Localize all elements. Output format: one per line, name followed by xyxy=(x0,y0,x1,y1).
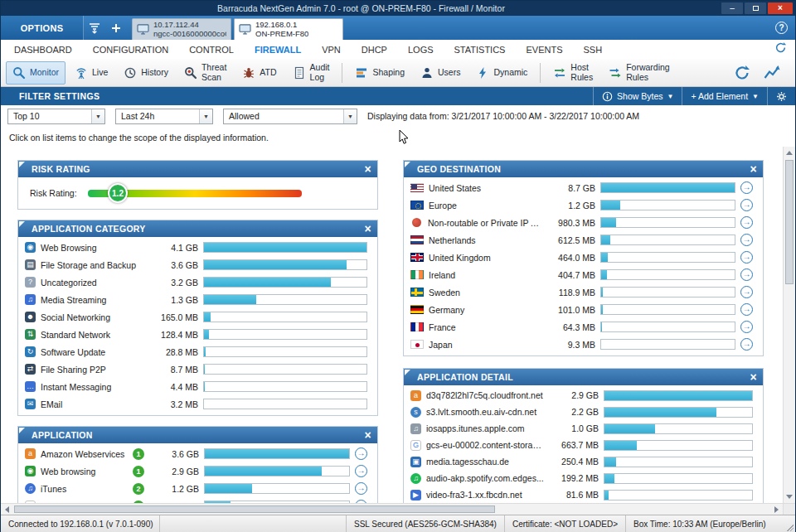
list-item-d3q782l2hl7c5q-cloudfront-net[interactable]: ad3q782l2hl7c5q.cloudfront.net2.9 GB xyxy=(404,387,763,404)
toolbar-monitor[interactable]: Monitor xyxy=(6,61,66,85)
collapse-icon[interactable] xyxy=(405,370,410,375)
list-item-social-networking[interactable]: ☻Social Networking165.0 MB xyxy=(18,308,377,326)
menu-item-ssh[interactable]: SSH xyxy=(583,45,602,55)
menu-item-logs[interactable]: LOGS xyxy=(408,45,434,55)
vertical-scrollbar[interactable] xyxy=(783,147,795,503)
list-item-instant-messaging[interactable]: …Instant Messaging4.4 MB xyxy=(18,378,377,395)
vertical-scroll-thumb[interactable] xyxy=(785,160,794,284)
list-item-iosapps-itunes-apple-com[interactable]: ♫iosapps.itunes.apple.com1.0 GB xyxy=(404,420,763,437)
list-item-file-storage-and-backup[interactable]: ▤File Storage and Backup3.6 GB xyxy=(18,256,377,273)
collapse-icon[interactable] xyxy=(19,162,25,167)
toolbar-history[interactable]: History xyxy=(117,61,175,85)
drilldown-arrow[interactable]: → xyxy=(740,338,753,351)
drilldown-arrow[interactable]: → xyxy=(740,251,753,264)
list-item-standard-network[interactable]: ⇅Standard Network128.4 MB xyxy=(18,326,377,343)
list-item-europe[interactable]: Europe1.2 GB→ xyxy=(404,196,763,214)
horizontal-scroll-thumb[interactable] xyxy=(14,505,495,513)
filter-dropdown-allowed[interactable]: Allowed▼ xyxy=(223,109,357,124)
filter-dropdown-last-24h[interactable]: Last 24h▼ xyxy=(115,109,213,124)
list-item-united-kingdom[interactable]: United Kingdom464.0 MB→ xyxy=(404,249,763,266)
close-panel-icon[interactable]: × xyxy=(365,223,371,235)
toolbar-dynamic[interactable]: Dynamic xyxy=(469,61,534,85)
drilldown-arrow[interactable]: → xyxy=(740,199,753,211)
drilldown-arrow[interactable]: → xyxy=(355,482,367,495)
add-tab-icon[interactable] xyxy=(105,16,127,40)
collapse-icon[interactable] xyxy=(405,162,410,167)
settings-gear-button[interactable] xyxy=(767,87,795,105)
list-item-netherlands[interactable]: Netherlands612.5 MB→ xyxy=(404,231,763,249)
toolbar-audit-log[interactable]: Audit Log xyxy=(286,61,337,85)
list-item-email[interactable]: ✉EMail3.2 MB xyxy=(18,395,377,413)
toolbar-host-rules[interactable]: Host Rules xyxy=(546,61,599,85)
add-element-dropdown[interactable]: + Add Element ▼ xyxy=(682,87,767,105)
drilldown-arrow[interactable]: → xyxy=(740,286,753,298)
menu-item-events[interactable]: EVENTS xyxy=(526,45,562,55)
list-item-non-routable-or-private-ip-ad[interactable]: Non-routable or Private IP Ad...980.3 MB… xyxy=(404,214,763,231)
list-item-web-browsing[interactable]: ◉Web browsing12.9 GB→ xyxy=(18,462,377,480)
filter-dropdown-top-10[interactable]: Top 10▼ xyxy=(7,109,105,124)
list-item-ireland[interactable]: Ireland404.7 MB→ xyxy=(404,266,763,283)
drilldown-arrow[interactable]: → xyxy=(355,465,367,477)
drilldown-arrow[interactable]: → xyxy=(740,234,753,246)
list-item-japan[interactable]: Japan9.3 MB→ xyxy=(404,336,763,353)
drilldown-arrow[interactable]: → xyxy=(740,321,753,333)
list-item-sweden[interactable]: Sweden118.9 MB→ xyxy=(404,283,763,301)
session-tab-1[interactable]: 10.17.112.44ngcc-0016000000coG... xyxy=(132,18,231,40)
menu-refresh-icon[interactable] xyxy=(774,41,787,57)
close-panel-icon[interactable]: × xyxy=(365,429,371,441)
list-item-media-streaming[interactable]: ♫Media Streaming1.3 GB xyxy=(18,291,377,308)
help-icon[interactable]: ? xyxy=(775,22,788,34)
filter-tabs-icon[interactable] xyxy=(84,16,105,40)
scroll-left-button[interactable] xyxy=(1,504,13,515)
maximize-button[interactable] xyxy=(745,2,766,14)
refresh-button[interactable] xyxy=(734,65,750,81)
menu-item-configuration[interactable]: CONFIGURATION xyxy=(93,45,168,55)
horizontal-scrollbar[interactable] xyxy=(1,503,783,515)
collapse-icon[interactable] xyxy=(19,428,25,433)
show-bytes-dropdown[interactable]: Show Bytes ▼ xyxy=(593,87,682,105)
list-item-audio-akp-spotify-com-edges[interactable]: ♫audio-akp.spotify.com.edges...199.2 MB xyxy=(404,470,763,486)
collapse-icon[interactable] xyxy=(19,221,25,227)
scroll-down-button[interactable] xyxy=(784,491,795,503)
toolbar-forwarding-rules[interactable]: Forwarding Rules xyxy=(602,61,677,85)
list-item-united-states[interactable]: United States8.7 GB→ xyxy=(404,179,763,196)
close-panel-icon[interactable]: × xyxy=(750,163,757,175)
toolbar-shaping[interactable]: Shaping xyxy=(348,61,411,85)
list-item-web-browsing[interactable]: ◉Web Browsing4.1 GB xyxy=(18,239,377,256)
list-item-amazon-webservices[interactable]: aAmazon Webservices13.6 GB→ xyxy=(18,445,377,462)
scroll-up-button[interactable] xyxy=(784,147,795,159)
close-button[interactable]: × xyxy=(768,2,793,14)
list-item-itunes[interactable]: ♫iTunes21.2 GB→ xyxy=(18,480,377,497)
list-item-s3-lvlt-smooth-eu-aiv-cdn-net[interactable]: ss3.lvlt.smooth.eu.aiv-cdn.net2.2 GB xyxy=(404,404,763,420)
chart-view-icon[interactable] xyxy=(764,65,780,81)
toolbar-atd[interactable]: ATD xyxy=(235,61,283,85)
list-item-video-fra3-1-xx-fbcdn-net[interactable]: ▶video-fra3-1.xx.fbcdn.net81.6 MB xyxy=(404,486,763,503)
drilldown-arrow[interactable]: → xyxy=(740,268,753,281)
close-panel-icon[interactable]: × xyxy=(750,371,757,383)
menu-item-dashboard[interactable]: DASHBOARD xyxy=(14,45,72,55)
list-item-uncategorized[interactable]: ?Uncategorized3.2 GB xyxy=(18,273,377,291)
menu-item-firewall[interactable]: FIREWALL xyxy=(255,45,301,55)
list-item-germany[interactable]: Germany101.0 MB→ xyxy=(404,301,763,318)
drilldown-arrow[interactable]: → xyxy=(740,303,753,316)
options-button[interactable]: OPTIONS xyxy=(1,16,84,40)
list-item-media-tagesschau-de[interactable]: ▣media.tagesschau.de250.4 MB xyxy=(404,453,763,470)
drilldown-arrow[interactable]: → xyxy=(740,216,753,229)
drilldown-arrow[interactable]: → xyxy=(355,447,367,460)
list-item-france[interactable]: France64.3 MB→ xyxy=(404,318,763,336)
resize-grip[interactable] xyxy=(784,515,795,532)
toolbar-threat-scan[interactable]: Threat Scan xyxy=(177,61,233,85)
menu-item-dhcp[interactable]: DHCP xyxy=(362,45,387,55)
menu-item-statistics[interactable]: STATISTICS xyxy=(454,45,506,55)
close-panel-icon[interactable]: × xyxy=(365,163,371,175)
toolbar-live[interactable]: Live xyxy=(68,61,114,85)
toolbar-users[interactable]: Users xyxy=(414,61,467,85)
list-item-file-sharing-p2p[interactable]: ⇄File Sharing P2P8.7 MB xyxy=(18,360,377,378)
list-item-software-update[interactable]: ↻Software Update28.8 MB xyxy=(18,343,377,360)
session-tab-2[interactable]: 192.168.0.1ON-PREM-F80 xyxy=(234,18,343,40)
menu-item-control[interactable]: CONTROL xyxy=(189,45,234,55)
scroll-right-button[interactable] xyxy=(770,504,783,515)
drilldown-arrow[interactable]: → xyxy=(740,181,753,194)
minimize-button[interactable]: – xyxy=(721,2,743,14)
menu-item-vpn[interactable]: VPN xyxy=(322,45,341,55)
